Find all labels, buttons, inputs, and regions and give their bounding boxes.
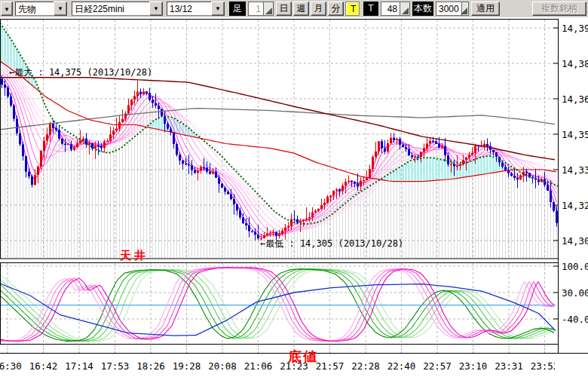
- oscillator-axis-label: -40.00: [562, 314, 588, 325]
- price-axis-label: 14,395: [562, 23, 588, 34]
- time-axis-label: 23:31: [495, 360, 523, 372]
- time-axis-label: 22:40: [387, 360, 416, 372]
- price-axis-label: 14,305: [562, 235, 588, 247]
- time-axis-label: 16:42: [29, 360, 58, 372]
- time-axis-label: 16:30: [0, 360, 22, 372]
- session-high-annotation: ←最大 : 14,375 (2013/10/28): [9, 66, 152, 79]
- time-axis-label: 22:57: [423, 360, 452, 372]
- session-low-annotation: ←最低 : 14,305 (2013/10/28): [260, 238, 403, 250]
- oscillator-axis-label: 100.00: [562, 261, 588, 272]
- main-price-panel[interactable]: [0, 20, 558, 259]
- ceiling-label: 天井: [120, 249, 149, 263]
- chart-application-window: 14,39514,38014,36514,35014,33514,32014,3…: [0, 0, 588, 377]
- time-axis-label: 18:26: [136, 360, 165, 372]
- time-axis-label: 19:28: [173, 360, 201, 372]
- price-axis-label: 14,335: [562, 164, 588, 176]
- price-axis-label: 14,350: [562, 129, 588, 140]
- time-axis-label: 20:08: [208, 360, 237, 372]
- time-axis-label: 23:10: [459, 360, 488, 372]
- time-axis-label: 21:57: [316, 360, 345, 372]
- chart-canvas[interactable]: 14,39514,38014,36514,35014,33514,32014,3…: [0, 0, 588, 377]
- time-axis-label: 17:53: [101, 360, 130, 372]
- oscillator-panel[interactable]: [0, 263, 558, 344]
- time-axis: 16:3016:4217:1417:5318:2619:2820:0821:06…: [0, 360, 559, 372]
- time-axis-label: 22:28: [351, 360, 380, 372]
- time-axis-label: 21:06: [244, 360, 273, 372]
- price-axis-label: 14,380: [562, 58, 588, 69]
- time-axis-label: 23:52: [531, 360, 559, 372]
- bottom-label: 底値: [288, 348, 318, 366]
- price-axis-label: 14,365: [562, 93, 588, 105]
- price-axis-label: 14,320: [562, 200, 588, 211]
- time-axis-label: 17:14: [65, 360, 93, 372]
- oscillator-axis-label: 30.00: [562, 287, 588, 299]
